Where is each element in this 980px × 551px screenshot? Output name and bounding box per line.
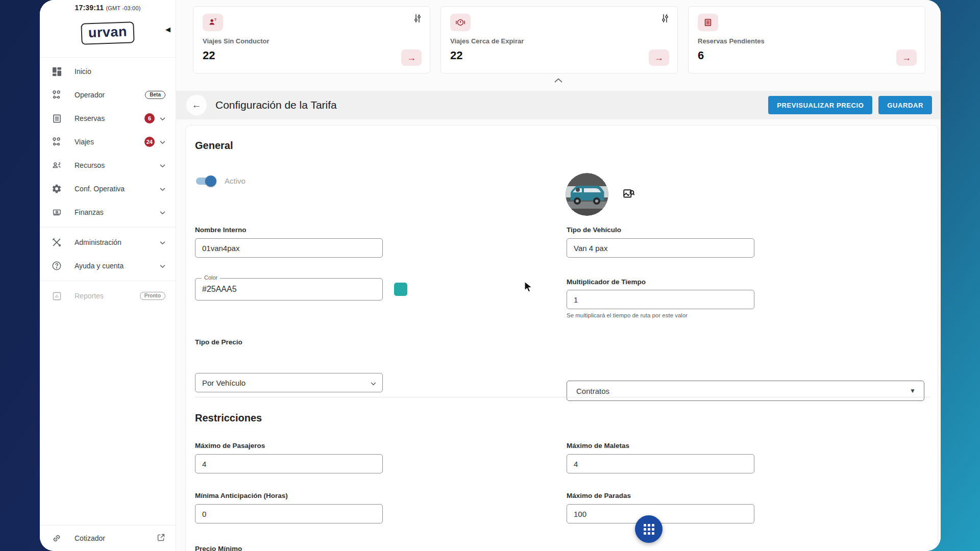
chevron-down-icon	[160, 137, 165, 146]
banknote-icon	[51, 207, 62, 218]
page-header: ← Configuración de la Tarifa PREVISUALIZ…	[176, 91, 941, 119]
filters-icon[interactable]	[413, 14, 422, 25]
sidebar-divider	[40, 227, 176, 228]
tipo-precio-select[interactable]: Por Vehículo	[195, 373, 383, 392]
chevron-down-icon	[160, 238, 165, 247]
route-icon	[51, 136, 62, 147]
sidebar-item-cotizador[interactable]: Cotizador	[40, 525, 176, 551]
sidebar-item-label: Operador	[75, 91, 105, 99]
min-anticipacion-input[interactable]	[195, 504, 383, 523]
vehicle-image[interactable]	[566, 173, 608, 216]
active-toggle-row: Activo	[195, 177, 246, 185]
sidebar-item-label: Conf. Operativa	[75, 185, 125, 193]
sidebar-item-finanzas[interactable]: Finanzas	[40, 201, 176, 224]
card-value: 22	[203, 49, 421, 62]
clock: 17:39:11 (GMT -03:00)	[40, 4, 176, 12]
sidebar-item-recursos[interactable]: Recursos	[40, 154, 176, 177]
people-icon	[51, 160, 62, 171]
multiplicador-helper: Se multiplicará el tiempo de ruta por es…	[567, 312, 688, 318]
multiplicador-input[interactable]	[567, 290, 754, 309]
chevron-down-icon	[160, 114, 165, 123]
card-label: Viajes Sin Conductor	[203, 37, 421, 45]
contratos-select[interactable]: Contratos ▼	[567, 381, 924, 401]
tipo-vehiculo-label: Tipo de Vehículo	[567, 226, 621, 234]
card-arrow-button[interactable]: →	[896, 49, 917, 66]
color-field-label: Color	[202, 274, 220, 281]
sidebar-item-label: Reservas	[75, 114, 105, 122]
card-arrow-button[interactable]: →	[401, 49, 422, 66]
section-divider	[195, 397, 930, 397]
card-value: 6	[698, 49, 916, 62]
chevron-down-icon	[160, 184, 165, 193]
color-field-value: #25AAA5	[202, 285, 237, 294]
header-actions: PREVISUALIZAR PRECIO GUARDAR	[768, 96, 932, 114]
multiplicador-label: Multiplicador de Tiempo	[567, 278, 646, 286]
tariff-form-card: General Activo	[185, 125, 938, 551]
main-area: ? Viajes Sin Conductor 22 →	[176, 0, 941, 551]
beta-badge: Beta	[145, 91, 165, 99]
app-window: 17:39:11 (GMT -03:00) urvan ◀ Inicio	[40, 0, 941, 551]
min-anticipacion-label: Mínima Anticipación (Horas)	[195, 492, 288, 499]
sidebar-item-label: Administración	[75, 238, 121, 246]
card-value: 22	[450, 49, 668, 62]
sidebar-item-label: Ayuda y cuenta	[75, 262, 124, 270]
driver-missing-icon: ?	[203, 14, 223, 31]
sidebar-item-reservas[interactable]: Reservas 6	[40, 107, 176, 130]
max-maletas-input[interactable]	[567, 454, 754, 473]
card-reservas-pendientes[interactable]: Reservas Pendientes 6 →	[688, 6, 925, 73]
chevron-down-icon	[371, 379, 376, 387]
sidebar-nav: Inicio Operador Beta Reservas	[40, 58, 176, 308]
sidebar-item-inicio[interactable]: Inicio	[40, 60, 176, 83]
tipo-precio-label: Tipo de Precio	[195, 338, 242, 346]
svg-text:?: ?	[214, 17, 217, 22]
tools-icon	[51, 237, 62, 248]
bar-chart-icon	[51, 290, 62, 302]
max-paradas-input[interactable]	[567, 504, 754, 523]
contratos-value: Contratos	[576, 387, 609, 395]
sidebar-item-label: Inicio	[75, 67, 91, 76]
max-pasajeros-input[interactable]	[195, 454, 383, 473]
external-link-icon[interactable]	[157, 533, 165, 544]
apps-fab-button[interactable]	[635, 515, 663, 543]
card-arrow-button[interactable]: →	[649, 49, 669, 66]
chevron-down-icon	[160, 161, 165, 170]
tipo-vehiculo-input[interactable]	[567, 238, 754, 258]
sidebar-item-conf-operativa[interactable]: Conf. Operativa	[40, 177, 176, 201]
general-heading: General	[195, 140, 233, 152]
reservations-icon	[698, 14, 718, 31]
color-swatch[interactable]	[394, 283, 407, 296]
sidebar-item-viajes[interactable]: Viajes 24	[40, 130, 176, 154]
change-image-icon[interactable]	[622, 188, 635, 203]
preview-price-button[interactable]: PREVISUALIZAR PRECIO	[768, 96, 872, 114]
back-button[interactable]: ←	[186, 95, 207, 115]
active-toggle-label: Activo	[225, 177, 246, 185]
active-toggle[interactable]	[195, 177, 216, 185]
card-viajes-sin-conductor[interactable]: ? Viajes Sin Conductor 22 →	[193, 6, 430, 73]
gear-icon	[51, 183, 62, 194]
stat-cards: ? Viajes Sin Conductor 22 →	[193, 6, 925, 73]
card-viajes-cerca-expirar[interactable]: Viajes Cerca de Expirar 22 →	[440, 6, 678, 73]
restricciones-heading: Restricciones	[195, 412, 262, 424]
clock-time: 17:39:11	[75, 4, 104, 12]
ticket-list-icon	[51, 113, 62, 124]
collapse-panel-icon[interactable]	[554, 76, 562, 85]
sidebar-footer: Cotizador	[40, 525, 176, 551]
sidebar-item-administracion[interactable]: Administración	[40, 231, 176, 254]
filters-icon[interactable]	[661, 14, 669, 25]
dropdown-arrow-icon: ▼	[910, 387, 916, 394]
sidebar-collapse-icon[interactable]: ◀	[165, 26, 170, 33]
dashboard-icon	[51, 66, 62, 77]
max-maletas-label: Máximo de Maletas	[567, 442, 629, 449]
desktop-background: 17:39:11 (GMT -03:00) urvan ◀ Inicio	[0, 0, 980, 551]
chevron-down-icon	[160, 208, 165, 217]
sidebar-item-label: Viajes	[75, 138, 94, 146]
sidebar-item-operador[interactable]: Operador Beta	[40, 83, 176, 107]
nombre-interno-input[interactable]	[195, 238, 383, 258]
sidebar-item-label: Cotizador	[75, 534, 105, 542]
card-label: Viajes Cerca de Expirar	[450, 37, 668, 45]
nombre-interno-label: Nombre Interno	[195, 226, 247, 234]
color-field[interactable]: Color #25AAA5	[195, 278, 383, 300]
sidebar-item-ayuda[interactable]: Ayuda y cuenta	[40, 254, 176, 278]
save-button[interactable]: GUARDAR	[878, 96, 932, 114]
sidebar-item-reportes: Reportes Pronto	[40, 284, 176, 308]
